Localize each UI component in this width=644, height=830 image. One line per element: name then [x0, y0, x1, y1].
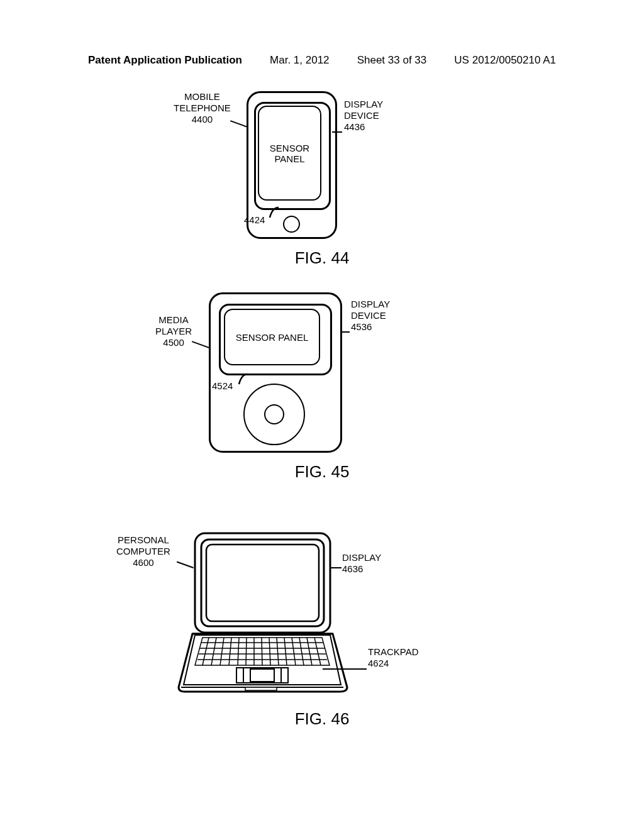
ref-sensor-4424: 4424 [244, 214, 265, 225]
svg-line-15 [262, 638, 262, 665]
svg-rect-2 [206, 545, 319, 621]
header-date: Mar. 1, 2012 [270, 54, 330, 67]
sensor-panel: SENSOR PANEL [224, 309, 320, 365]
leadline-display [330, 567, 341, 568]
label-personal-computer: PERSONAL COMPUTER 4600 [116, 534, 170, 568]
leadline-4524 [238, 373, 250, 385]
leadline-left [228, 120, 248, 133]
figure-45-caption: FIG. 45 [0, 462, 644, 482]
header-publication: Patent Application Publication [88, 54, 242, 67]
svg-line-13 [246, 638, 247, 665]
page-header: Patent Application Publication Mar. 1, 2… [88, 54, 556, 67]
header-sheet: Sheet 33 of 33 [357, 54, 427, 67]
label-display-device: DISPLAY DEVICE 4536 [351, 299, 390, 333]
figure-44-caption: FIG. 44 [0, 248, 644, 268]
leadline-left [190, 341, 210, 353]
sensor-panel: SENSOR PANEL [258, 106, 321, 201]
home-button-icon [283, 216, 300, 233]
clickwheel-center-icon [264, 404, 284, 424]
leadline-trackpad [323, 668, 367, 670]
label-display-device: DISPLAY DEVICE 4436 [344, 99, 383, 133]
leadline-4424 [269, 206, 281, 219]
leadline-right [341, 331, 350, 333]
svg-rect-27 [245, 687, 277, 690]
figure-46-caption: FIG. 46 [0, 709, 644, 729]
leadline-right [332, 131, 342, 133]
ref-sensor-4524: 4524 [212, 380, 233, 391]
label-media-player: MEDIA PLAYER 4500 [155, 314, 192, 348]
label-mobile-telephone: MOBILE TELEPHONE 4400 [174, 91, 231, 125]
svg-rect-24 [250, 669, 274, 682]
label-trackpad: TRACKPAD 4624 [368, 646, 419, 669]
label-display: DISPLAY 4636 [342, 552, 381, 575]
header-pubnum: US 2012/0050210 A1 [454, 54, 556, 67]
